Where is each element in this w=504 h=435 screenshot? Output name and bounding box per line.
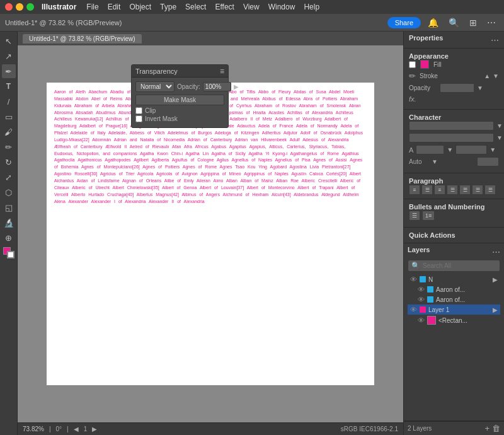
type-tool[interactable]: T	[2, 79, 16, 93]
document-tab[interactable]: Untitled-1* @ 73.82 % (RGB/Preview)	[23, 34, 142, 44]
align-right-button[interactable]: ≡	[434, 185, 445, 195]
opacity-value-input[interactable]: 100%	[440, 83, 474, 93]
clip-label: Clip	[145, 107, 156, 114]
menu-help[interactable]: Help	[300, 1, 323, 13]
fill-stroke-indicator[interactable]	[3, 247, 14, 258]
opacity-input[interactable]	[203, 82, 231, 91]
properties-more-icon[interactable]: ⋯	[491, 35, 499, 45]
share-button[interactable]: Share	[387, 17, 421, 28]
layer-color-indicator	[420, 276, 426, 282]
opacity-label: Opacity:	[177, 83, 200, 90]
layer-group-item[interactable]: 👁 N ▶	[408, 274, 500, 284]
layers-footer: 2 Layers + 🗑	[404, 421, 504, 435]
leading-input[interactable]: (960 pt)	[455, 145, 487, 154]
stroke-icon: ✏	[409, 71, 416, 81]
tracking-input[interactable]: 0	[477, 157, 499, 166]
rectangle-tool[interactable]: ▭	[2, 110, 16, 124]
selection-tool[interactable]: ↖	[2, 34, 16, 48]
add-layer-button[interactable]: +	[484, 424, 490, 433]
minimize-button[interactable]	[16, 3, 23, 11]
make-mask-button[interactable]: Make Mask	[135, 95, 224, 105]
transparency-panel: Transparency ≡ Normal Multiply Screen Op…	[131, 64, 229, 128]
align-center-button[interactable]: ☰	[421, 185, 433, 195]
pencil-tool[interactable]: ✏	[2, 140, 16, 154]
font-dropdown-icon[interactable]: ▼	[496, 122, 503, 129]
zoom-tool[interactable]: ⊕	[2, 231, 16, 245]
search-icon[interactable]: 🔍	[445, 16, 462, 29]
layer-aaron1-item[interactable]: 👁 Aaron of...	[415, 284, 500, 294]
layer-color-indicator	[427, 286, 433, 293]
align-justify-force-button[interactable]: ☰	[484, 185, 496, 195]
page-nav-next[interactable]: ▶	[92, 426, 97, 432]
layer-expand-icon[interactable]: ▶	[493, 306, 498, 313]
line-tool[interactable]: /	[2, 95, 16, 108]
stroke-down-arrow[interactable]: ▼	[493, 72, 499, 79]
layer-aaron2-item[interactable]: 👁 Aaron of...	[415, 294, 500, 304]
numbered-list-button[interactable]: 1≡	[422, 211, 435, 221]
menu-view[interactable]: View	[239, 1, 263, 13]
menu-object[interactable]: Object	[125, 1, 155, 13]
grid-icon[interactable]: ⊞	[466, 16, 480, 29]
gradient-tool[interactable]: ◱	[2, 200, 16, 214]
opacity-dropdown-icon[interactable]: ▼	[477, 84, 483, 91]
list-style-button[interactable]: ☰	[409, 211, 420, 221]
layers-title: Layers	[408, 246, 430, 253]
blend-mode-select[interactable]: Normal Multiply Screen	[135, 81, 175, 92]
canvas-background[interactable]: Aaron of Aleth Abachum Abadiu of Antinoe…	[18, 45, 403, 422]
font-style-input[interactable]: Bold Italic	[409, 133, 494, 142]
eyedropper-tool[interactable]: 🔬	[2, 216, 16, 229]
align-justify-all-button[interactable]: ☰	[472, 185, 483, 195]
layer1-item[interactable]: 👁 Layer 1 ▶	[408, 304, 500, 315]
style-dropdown-icon[interactable]: ▼	[496, 134, 503, 141]
layer-rect-item[interactable]: 👁 <Rectan...	[415, 315, 500, 326]
menu-effect[interactable]: Effect	[211, 1, 238, 13]
scale-tool[interactable]: ⤢	[2, 170, 16, 184]
layer-eye-icon[interactable]: 👁	[410, 306, 417, 313]
opacity-arrows-icon[interactable]: ▶	[234, 83, 239, 90]
align-justify-button[interactable]: ☰	[447, 185, 458, 195]
close-button[interactable]	[5, 3, 13, 11]
layer-eye-icon[interactable]: 👁	[410, 276, 417, 283]
page-nav-prev[interactable]: ◀	[74, 426, 79, 432]
delete-layer-button[interactable]: 🗑	[492, 424, 500, 433]
blend-tool[interactable]: ⬡	[2, 185, 16, 199]
menu-window[interactable]: Window	[265, 1, 299, 13]
layer-eye-icon[interactable]: 👁	[418, 316, 425, 324]
clip-checkbox[interactable]	[135, 107, 142, 114]
status-right: sRGB IEC61966-2.1	[341, 426, 398, 432]
layer-eye-icon[interactable]: 👁	[418, 286, 425, 293]
menu-edit[interactable]: Edit	[104, 1, 125, 13]
font-size-dropdown[interactable]: ▼	[447, 146, 453, 153]
maximize-button[interactable]	[26, 3, 34, 11]
align-justify-last-button[interactable]: ☰	[459, 185, 471, 195]
stroke-up-arrow[interactable]: ▲	[484, 72, 490, 79]
main-layout: ↖ ↗ ✒ T / ▭ 🖌 ✏ ↻ ⤢ ⬡ ◱ 🔬 ⊕ Untitled-1* …	[0, 32, 504, 435]
color-profile: sRGB IEC61966-2.1	[341, 426, 398, 432]
rotate-tool[interactable]: ↻	[2, 155, 16, 169]
pen-tool[interactable]: ✒	[2, 64, 16, 78]
menu-file[interactable]: File	[83, 1, 102, 13]
more-icon[interactable]: ⋯	[484, 16, 499, 29]
paintbrush-tool[interactable]: 🖌	[2, 125, 16, 139]
fill-checkbox[interactable]	[409, 61, 416, 68]
fill-swatch[interactable]	[420, 60, 429, 69]
bullets-section: Bullets and Numbering ☰ 1≡	[404, 199, 504, 228]
font-size-input[interactable]: 800 pt	[416, 145, 444, 154]
alignment-buttons: ≡ ☰ ≡ ☰ ☰ ☰ ☰	[409, 185, 499, 195]
layer-eye-icon[interactable]: 👁	[418, 296, 425, 303]
layer-expand-icon[interactable]: ▶	[493, 276, 498, 283]
notifications-icon[interactable]: 🔔	[425, 16, 442, 29]
auto-dropdown[interactable]: ▼	[432, 158, 438, 165]
layers-search-box[interactable]: 🔍 ⊞	[408, 260, 500, 272]
menu-type[interactable]: Type	[156, 1, 180, 13]
transparency-panel-menu-icon[interactable]: ≡	[220, 67, 224, 76]
menu-select[interactable]: Select	[181, 1, 210, 13]
layers-search-input[interactable]	[423, 262, 503, 269]
menu-bar: Illustrator File Edit Object Type Select…	[0, 0, 504, 14]
layers-more-icon[interactable]: ⋯	[492, 247, 500, 257]
font-family-input[interactable]: Adrianna Extended	[409, 121, 494, 130]
align-left-button[interactable]: ≡	[409, 185, 420, 195]
direct-selection-tool[interactable]: ↗	[2, 49, 16, 63]
leading-dropdown[interactable]: ▼	[490, 146, 496, 153]
invert-mask-checkbox[interactable]	[135, 115, 142, 122]
